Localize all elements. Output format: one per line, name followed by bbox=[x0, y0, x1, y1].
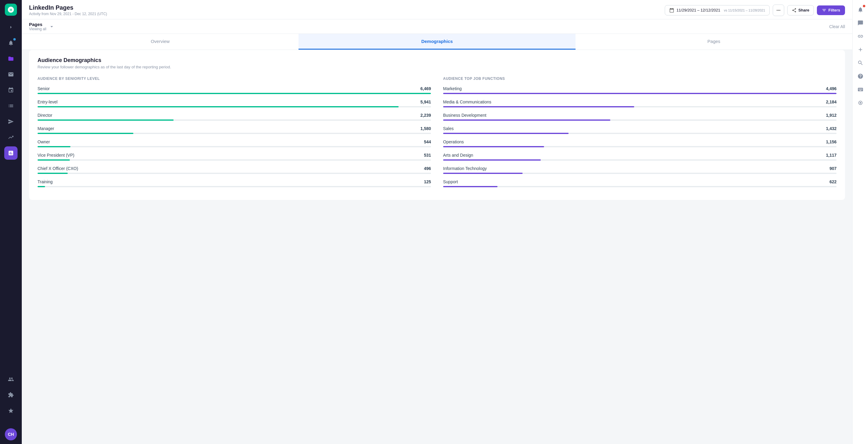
seniority-row-header: Senior 6,469 bbox=[37, 86, 431, 91]
seniority-row: Manager 1,580 bbox=[37, 126, 431, 134]
chevron-down-icon bbox=[49, 24, 55, 30]
tab-overview[interactable]: Overview bbox=[22, 34, 299, 50]
job-functions-section: Audience Top Job Functions Marketing 4,4… bbox=[443, 76, 837, 193]
seniority-bar-fill bbox=[37, 106, 399, 107]
sidebar-nav-star[interactable] bbox=[4, 404, 18, 417]
job-function-value: 1,912 bbox=[826, 113, 837, 118]
page-subtitle: Activity from Nov 29, 2021 - Dec 12, 202… bbox=[29, 12, 107, 16]
seniority-bar-bg bbox=[37, 146, 431, 147]
job-function-row-header: Arts and Design 1,117 bbox=[443, 153, 837, 158]
seniority-row-header: Training 125 bbox=[37, 179, 431, 184]
seniority-bar-fill bbox=[37, 146, 70, 147]
job-function-row: Marketing 4,496 bbox=[443, 86, 837, 94]
job-function-bar-fill bbox=[443, 159, 541, 161]
job-function-bar-bg bbox=[443, 93, 837, 94]
job-function-bar-bg bbox=[443, 159, 837, 161]
seniority-label: Training bbox=[37, 179, 53, 184]
right-record-icon[interactable] bbox=[855, 97, 867, 109]
job-function-row: Arts and Design 1,117 bbox=[443, 153, 837, 161]
job-function-value: 907 bbox=[830, 166, 837, 171]
job-function-row-header: Sales 1,432 bbox=[443, 126, 837, 131]
job-function-row-header: Media & Communications 2,184 bbox=[443, 99, 837, 104]
seniority-value: 5,941 bbox=[421, 99, 431, 104]
seniority-bar-bg bbox=[37, 133, 431, 134]
seniority-label: Senior bbox=[37, 86, 50, 91]
seniority-value: 2,239 bbox=[421, 113, 431, 118]
job-functions-rows: Marketing 4,496 Media & Communications 2… bbox=[443, 86, 837, 187]
audience-card-subtitle: Review your follower demographics as of … bbox=[37, 65, 837, 69]
sidebar-nav-send[interactable] bbox=[4, 115, 18, 128]
seniority-row-header: Manager 1,580 bbox=[37, 126, 431, 131]
seniority-row: Owner 544 bbox=[37, 139, 431, 147]
app-logo[interactable] bbox=[5, 4, 17, 16]
sidebar-nav-list[interactable] bbox=[4, 99, 18, 113]
pages-viewing-label: Viewing all bbox=[29, 27, 46, 31]
right-chat-icon[interactable] bbox=[855, 17, 867, 29]
demographics-grid: Audience By Seniority Level Senior 6,469… bbox=[37, 76, 837, 193]
job-function-label: Sales bbox=[443, 126, 454, 131]
sidebar-nav-inbox[interactable] bbox=[4, 68, 18, 81]
job-function-row-header: Operations 1,156 bbox=[443, 139, 837, 144]
seniority-row: Training 125 bbox=[37, 179, 431, 187]
alert-badge bbox=[863, 5, 865, 7]
sidebar-nav-pin[interactable] bbox=[4, 84, 18, 97]
sidebar-nav-users[interactable] bbox=[4, 373, 18, 386]
seniority-bar-bg bbox=[37, 93, 431, 94]
clear-all-button[interactable]: Clear All bbox=[829, 24, 845, 29]
share-button[interactable]: Share bbox=[787, 5, 814, 15]
right-add-icon[interactable] bbox=[855, 43, 867, 56]
filters-button[interactable]: Filters bbox=[817, 5, 845, 15]
job-function-bar-bg bbox=[443, 120, 837, 121]
right-help-icon[interactable] bbox=[855, 70, 867, 82]
seniority-label: Owner bbox=[37, 139, 50, 144]
job-function-bar-bg bbox=[443, 133, 837, 134]
sidebar-nav-alert[interactable] bbox=[4, 36, 18, 50]
sidebar-nav-folder[interactable] bbox=[4, 52, 18, 65]
header-right: 11/29/2021 – 12/12/2021 vs 11/15/2021 – … bbox=[665, 4, 845, 16]
sidebar-nav-analytics[interactable] bbox=[4, 147, 18, 160]
seniority-row-header: Owner 544 bbox=[37, 139, 431, 144]
seniority-bar-fill bbox=[37, 159, 70, 161]
job-function-bar-fill bbox=[443, 93, 837, 94]
sidebar-nav-arrow[interactable] bbox=[4, 21, 18, 34]
job-functions-section-title: Audience Top Job Functions bbox=[443, 76, 837, 81]
job-function-bar-fill bbox=[443, 186, 497, 187]
sidebar-nav-chart[interactable] bbox=[4, 131, 18, 144]
seniority-row: Vice President (VP) 531 bbox=[37, 153, 431, 161]
job-function-bar-bg bbox=[443, 146, 837, 147]
seniority-row: Director 2,239 bbox=[37, 113, 431, 121]
seniority-bar-bg bbox=[37, 186, 431, 187]
pages-selector[interactable]: Pages Viewing all bbox=[29, 22, 55, 31]
job-function-row-header: Business Development 1,912 bbox=[443, 113, 837, 118]
seniority-value: 496 bbox=[424, 166, 431, 171]
share-label: Share bbox=[799, 8, 809, 12]
left-sidebar: CH bbox=[0, 0, 22, 444]
tab-pages[interactable]: Pages bbox=[576, 34, 852, 50]
tab-demographics[interactable]: Demographics bbox=[299, 34, 575, 50]
main-scroll-area: Audience Demographics Review your follow… bbox=[22, 50, 852, 444]
job-function-row: Information Technology 907 bbox=[443, 166, 837, 174]
job-function-row: Media & Communications 2,184 bbox=[443, 99, 837, 107]
job-function-label: Arts and Design bbox=[443, 153, 473, 158]
filters-label: Filters bbox=[828, 8, 840, 12]
pages-selector-label: Pages bbox=[29, 22, 46, 27]
sidebar-nav-puzzle[interactable] bbox=[4, 388, 18, 402]
more-options-button[interactable] bbox=[773, 4, 784, 16]
job-function-label: Information Technology bbox=[443, 166, 487, 171]
user-avatar[interactable]: CH bbox=[5, 428, 17, 440]
job-function-label: Media & Communications bbox=[443, 99, 492, 104]
date-range-button[interactable]: 11/29/2021 – 12/12/2021 vs 11/15/2021 – … bbox=[665, 5, 770, 15]
svg-point-0 bbox=[860, 102, 861, 104]
right-link-icon[interactable] bbox=[855, 30, 867, 42]
seniority-bar-bg bbox=[37, 173, 431, 174]
right-sidebar bbox=[852, 0, 868, 444]
seniority-section: Audience By Seniority Level Senior 6,469… bbox=[37, 76, 431, 193]
right-keyboard-icon[interactable] bbox=[855, 84, 867, 96]
right-search-icon[interactable] bbox=[855, 57, 867, 69]
job-function-bar-fill bbox=[443, 146, 544, 147]
job-function-bar-bg bbox=[443, 173, 837, 174]
seniority-bar-fill bbox=[37, 133, 133, 134]
main-content: LinkedIn Pages Activity from Nov 29, 202… bbox=[22, 0, 852, 444]
right-alert-icon[interactable] bbox=[855, 4, 867, 16]
seniority-row: Entry-level 5,941 bbox=[37, 99, 431, 107]
